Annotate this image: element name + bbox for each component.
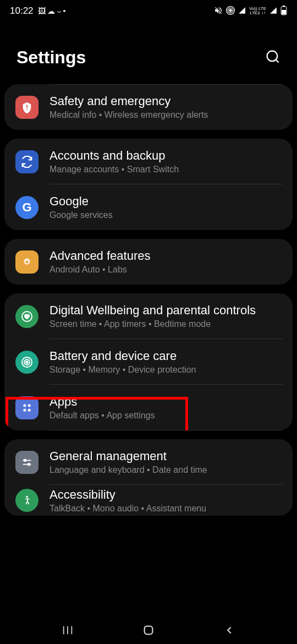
- item-subtitle: TalkBack • Mono audio • Assistant menu: [50, 504, 282, 514]
- settings-item-safety[interactable]: Safety and emergency Medical info • Wire…: [4, 84, 293, 130]
- google-icon: G: [15, 196, 38, 219]
- status-notification-icons: 🖼 ☁ ⌣ •: [38, 7, 66, 16]
- item-subtitle: Manage accounts • Smart Switch: [50, 165, 282, 174]
- lte-indicator: Vo)) LTE LTE2 ↓↑: [249, 7, 266, 15]
- item-title: Advanced features: [50, 249, 282, 263]
- svg-point-11: [26, 361, 28, 363]
- status-time: 10:22: [10, 6, 34, 17]
- settings-group: Advanced features Android Auto • Labs: [4, 239, 293, 285]
- device-care-icon: [15, 351, 38, 374]
- page-title: Settings: [16, 47, 86, 68]
- svg-point-13: [28, 404, 31, 407]
- recents-icon: [62, 624, 74, 636]
- settings-item-accessibility[interactable]: Accessibility TalkBack • Mono audio • As…: [4, 485, 293, 516]
- hotspot-icon: [226, 6, 235, 17]
- status-left: 10:22 🖼 ☁ ⌣ •: [10, 6, 65, 17]
- settings-item-advanced[interactable]: Advanced features Android Auto • Labs: [4, 239, 293, 285]
- item-title: Digital Wellbeing and parental controls: [50, 303, 282, 318]
- settings-group: General management Language and keyboard…: [4, 439, 293, 516]
- svg-rect-5: [282, 10, 286, 14]
- item-subtitle: Android Auto • Labs: [50, 265, 282, 275]
- more-icon: ⌣: [57, 7, 62, 16]
- image-icon: 🖼: [38, 7, 46, 15]
- item-title: Accessibility: [50, 488, 282, 502]
- sync-icon: [15, 150, 38, 173]
- settings-item-wellbeing[interactable]: Digital Wellbeing and parental controls …: [4, 293, 293, 339]
- item-subtitle: Google services: [50, 210, 282, 220]
- item-title: Apps: [50, 395, 282, 409]
- emergency-icon: [15, 96, 38, 119]
- heart-circle-icon: [15, 305, 38, 328]
- settings-item-google[interactable]: G Google Google services: [4, 184, 293, 230]
- item-subtitle: Screen time • App timers • Bedtime mode: [50, 319, 282, 329]
- settings-item-apps[interactable]: Apps Default apps • App settings: [4, 385, 293, 430]
- settings-item-accounts[interactable]: Accounts and backup Manage accounts • Sm…: [4, 139, 293, 184]
- settings-list[interactable]: Safety and emergency Medical info • Wire…: [0, 84, 297, 516]
- signal-icon-1: [238, 7, 246, 16]
- status-bar: 10:22 🖼 ☁ ⌣ • Vo)) LTE LTE2 ↓↑: [0, 0, 297, 20]
- item-title: Battery and device care: [50, 349, 282, 363]
- item-title: General management: [50, 449, 282, 463]
- sliders-icon: [15, 451, 38, 474]
- status-right: Vo)) LTE LTE2 ↓↑: [214, 6, 287, 17]
- navigation-bar: [0, 616, 297, 644]
- back-button[interactable]: [222, 623, 237, 637]
- search-button[interactable]: [265, 49, 280, 67]
- svg-point-15: [28, 408, 31, 411]
- dot-icon: •: [63, 7, 66, 15]
- battery-icon: [280, 6, 287, 17]
- signal-icon-2: [270, 7, 277, 16]
- item-subtitle: Language and keyboard • Date and time: [50, 465, 282, 475]
- item-subtitle: Medical info • Wireless emergency alerts: [50, 110, 282, 120]
- cloud-icon: ☁: [47, 7, 55, 15]
- home-icon: [142, 624, 155, 636]
- settings-item-battery[interactable]: Battery and device care Storage • Memory…: [4, 339, 293, 385]
- mute-icon: [214, 6, 223, 17]
- back-icon: [223, 624, 235, 636]
- svg-point-20: [26, 496, 28, 498]
- svg-point-6: [267, 51, 278, 61]
- svg-point-12: [23, 404, 26, 407]
- recent-apps-button[interactable]: [61, 623, 75, 637]
- item-title: Accounts and backup: [50, 149, 282, 163]
- svg-point-0: [229, 9, 232, 12]
- header: Settings: [0, 20, 297, 84]
- settings-group: Digital Wellbeing and parental controls …: [4, 293, 293, 430]
- settings-group: Accounts and backup Manage accounts • Sm…: [4, 139, 293, 230]
- accessibility-icon: [15, 489, 38, 512]
- svg-point-19: [28, 463, 30, 465]
- svg-line-7: [276, 59, 278, 62]
- plus-gear-icon: [15, 250, 38, 274]
- svg-rect-24: [145, 626, 153, 635]
- item-subtitle: Storage • Memory • Device protection: [50, 365, 282, 375]
- item-title: Google: [50, 194, 282, 209]
- item-title: Safety and emergency: [50, 94, 282, 108]
- apps-grid-icon: [15, 396, 38, 419]
- settings-group: Safety and emergency Medical info • Wire…: [4, 84, 293, 130]
- svg-point-14: [23, 408, 26, 411]
- item-subtitle: Default apps • App settings: [50, 411, 282, 421]
- home-button[interactable]: [141, 623, 156, 637]
- svg-rect-4: [283, 6, 285, 7]
- search-icon: [265, 49, 280, 64]
- settings-item-general[interactable]: General management Language and keyboard…: [4, 439, 293, 485]
- svg-point-18: [24, 459, 26, 461]
